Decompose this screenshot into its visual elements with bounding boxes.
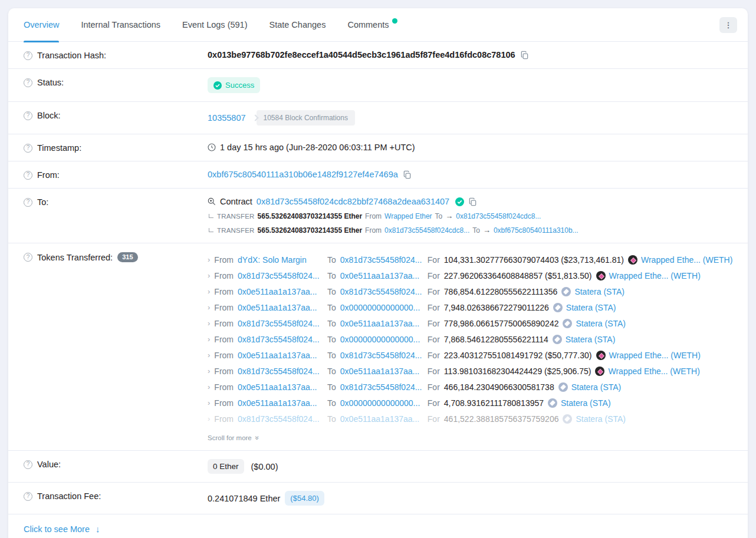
tab-internal-transactions[interactable]: Internal Transactions [81,8,160,42]
to-address-link[interactable]: 0x0e511aa1a137aa... [340,414,422,424]
from-address-link[interactable]: 0x0e511aa1a137aa... [238,382,321,392]
token-link[interactable]: Statera (STA) [576,319,626,328]
from-address-link[interactable]: 0x81d73c55458f024... [238,271,321,280]
copy-icon[interactable] [520,51,529,60]
status-value: Success [225,81,254,90]
weth-token-icon [596,351,606,360]
scroll-for-more-hint: Scroll for more » [208,434,732,442]
copy-icon[interactable] [403,170,412,179]
token-link[interactable]: Wrapped Ethe... (WETH) [609,351,701,360]
transfer-to-link[interactable]: 0x81d73c55458f024cdc8... [456,212,541,220]
transfer-row: ›From0x0e511aa1a137aa...To0x000000000000… [208,395,732,411]
to-address-link[interactable]: 0x00000000000000... [340,335,422,344]
row-value: ? Value: 0 Ether ($0.00) [8,451,748,483]
statera-token-icon [561,287,571,296]
token-link[interactable]: Statera (STA) [561,398,611,408]
transfer-row: ›From0x81d73c55458f024...To0x0e511aa1a13… [208,315,732,331]
row-timestamp: ? Timestamp: 1 day 15 hrs ago (Jun-28-20… [8,134,748,161]
to-label: To [327,303,336,312]
tab-label: State Changes [269,20,326,29]
for-label: For [428,414,440,424]
token-amount: 223.403127551081491792 ($50,777.30) [444,351,592,360]
transfer-row: ›From0x81d73c55458f024...To0x0e511aa1a13… [208,411,732,427]
help-icon: ? [24,492,32,501]
transfer-unit: Ether [344,212,362,220]
chevron-bullet-icon: › [208,303,210,312]
to-label: To: [37,197,48,207]
from-address-link[interactable]: 0x0e511aa1a137aa... [238,351,321,360]
tab-comments[interactable]: Comments [347,8,397,42]
to-contract-link[interactable]: 0x81d73c55458f024cdc82bbf27468a2deaa6314… [257,197,449,206]
scroll-hint-label: Scroll for more [208,434,252,441]
to-address-link[interactable]: 0x81d73c55458f024... [340,255,422,265]
transfer-unit: Ether [344,226,362,235]
tab-event-logs[interactable]: Event Logs (591) [182,8,247,42]
help-icon: ? [24,198,32,207]
kebab-menu-button[interactable]: ⋮ [719,17,737,33]
token-link[interactable]: Statera (STA) [566,303,616,312]
token-link[interactable]: Statera (STA) [571,382,622,392]
internal-transfer-line: TRANSFER 565.532624083703214355 Ether Fr… [208,212,732,220]
transfer-row: ›From0x0e511aa1a137aa...To0x81d73c55458f… [208,379,732,395]
contract-prefix: Contract [220,197,252,206]
tokens-transferred-label: Tokens Transferred: [37,253,113,262]
from-address-link[interactable]: 0x0e511aa1a137aa... [238,398,321,408]
from-address-link[interactable]: 0x0e511aa1a137aa... [238,287,321,296]
to-address-link[interactable]: 0x00000000000000... [340,303,422,312]
transfer-from-label: From [365,226,382,235]
for-label: For [428,255,440,265]
transfer-amount: 565.532624083703214355 [258,226,342,235]
token-link[interactable]: Wrapped Ethe... (WETH) [608,367,699,376]
to-label: To [327,319,336,328]
from-address-link[interactable]: dYdX: Solo Margin [238,255,321,265]
to-address-link[interactable]: 0x81d73c55458f024... [340,351,422,360]
from-address-link[interactable]: 0x81d73c55458f024... [238,367,321,376]
zoom-in-icon [208,197,216,206]
token-link[interactable]: Statera (STA) [574,287,624,296]
to-address-link[interactable]: 0x81d73c55458f024... [340,382,422,392]
weth-token-icon [628,255,637,265]
token-link[interactable]: Wrapped Ethe... (WETH) [641,255,732,265]
comments-notification-dot [392,18,397,24]
transaction-hash-label: Transaction Hash: [37,51,106,60]
token-link[interactable]: Statera (STA) [576,414,626,424]
token-link[interactable]: Statera (STA) [566,335,616,344]
transfer-to-link[interactable]: 0xbf675c80540111a310b... [494,226,578,235]
token-link[interactable]: Wrapped Ethe... (WETH) [609,271,701,280]
tab-overview[interactable]: Overview [24,8,59,42]
to-address-link[interactable]: 0x0e511aa1a137aa... [340,271,422,280]
status-label: Status: [37,78,64,87]
arrow-down-icon[interactable]: ↓ [96,524,100,534]
value-badge: 0 Ether [208,459,244,474]
from-address-link[interactable]: 0x0e511aa1a137aa... [238,303,321,312]
statera-token-icon [548,398,557,408]
block-number-link[interactable]: 10355807 [208,113,246,123]
copy-icon[interactable] [468,197,477,206]
from-address-link[interactable]: 0x81d73c55458f024... [238,335,321,344]
to-address-link[interactable]: 0x81d73c55458f024... [340,287,422,296]
arrow-right-icon: → [445,212,453,220]
chevron-bullet-icon: › [208,271,210,280]
from-address-link[interactable]: 0xbf675c80540111a310b06e1482f9127ef4e746… [208,170,398,179]
from-address-link[interactable]: 0x81d73c55458f024... [238,414,321,424]
row-from: ? From: 0xbf675c80540111a310b06e1482f912… [8,161,748,189]
value-usd: ($0.00) [251,462,278,471]
transfer-from-label: From [365,212,382,220]
tab-state-changes[interactable]: State Changes [269,8,326,42]
to-label: To [327,382,336,392]
from-label: From [214,382,234,392]
statera-token-icon [558,382,568,392]
transaction-fee-label: Transaction Fee: [37,491,101,501]
tokens-count-badge: 315 [117,252,137,262]
help-icon: ? [24,51,32,60]
transfer-to-label: To [435,212,443,220]
to-address-link[interactable]: 0x0e511aa1a137aa... [340,367,422,376]
token-transfer-list[interactable]: ›FromdYdX: Solo MarginTo0x81d73c55458f02… [208,252,732,427]
to-address-link[interactable]: 0x00000000000000... [340,398,422,408]
from-address-link[interactable]: 0x81d73c55458f024... [238,319,321,328]
transfer-from-link[interactable]: 0x81d73c55458f024cdc8... [384,226,469,235]
transfer-from-link[interactable]: Wrapped Ether [384,212,432,220]
see-more-link[interactable]: Click to see More [24,524,90,534]
transaction-hash-value: 0x013be97768b702fe8eccef1a40544d5ecb3c19… [208,50,515,60]
to-address-link[interactable]: 0x0e511aa1a137aa... [340,319,422,328]
